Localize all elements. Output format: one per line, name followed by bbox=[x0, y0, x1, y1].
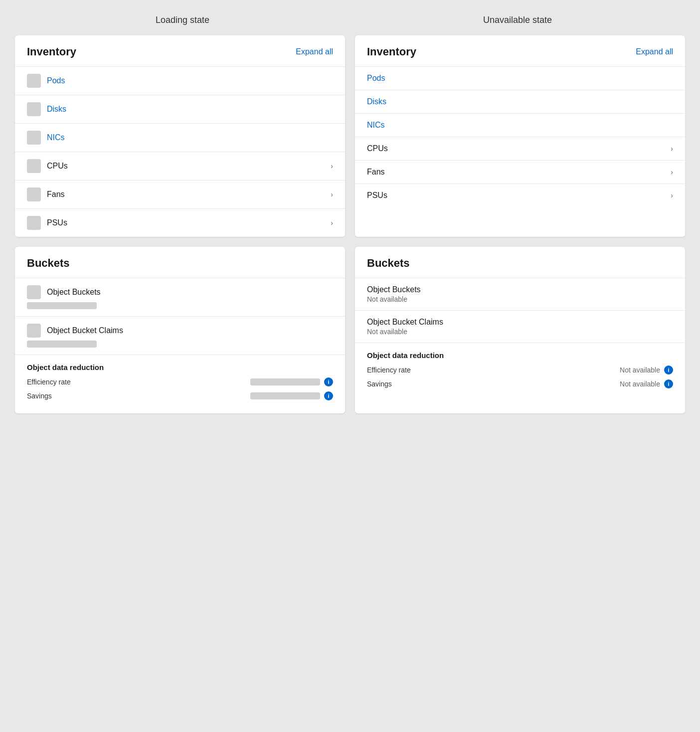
unavailable-cpus-chevron-icon: › bbox=[671, 145, 673, 153]
loading-buckets-panel: Buckets Object Buckets Object Bucket Cla… bbox=[15, 247, 345, 413]
cpus-chevron-icon: › bbox=[331, 162, 333, 170]
unavailable-object-buckets-item: Object Buckets Not available bbox=[355, 278, 685, 310]
loading-psus-item[interactable]: PSUs › bbox=[15, 208, 345, 237]
loading-fans-item[interactable]: Fans › bbox=[15, 180, 345, 208]
unavailable-fans-item[interactable]: Fans › bbox=[355, 160, 685, 183]
unavailable-efficiency-rate-status: Not available bbox=[620, 366, 660, 374]
nics-label: NICs bbox=[47, 133, 65, 142]
loading-nics-item[interactable]: NICs bbox=[15, 123, 345, 152]
unavailable-object-bucket-claims-label: Object Bucket Claims bbox=[367, 318, 673, 327]
loading-buckets-title: Buckets bbox=[27, 257, 70, 270]
loading-pods-item[interactable]: Pods bbox=[15, 66, 345, 95]
loading-efficiency-rate-label: Efficiency rate bbox=[27, 378, 71, 386]
fans-label: Fans bbox=[47, 190, 65, 199]
unavailable-pods-item[interactable]: Pods bbox=[355, 66, 685, 90]
unavailable-psus-item[interactable]: PSUs › bbox=[355, 183, 685, 207]
unavailable-psus-label: PSUs bbox=[367, 191, 387, 200]
unavailable-inventory-title: Inventory bbox=[367, 45, 416, 58]
unavailable-fans-chevron-icon: › bbox=[671, 168, 673, 176]
unavailable-nics-label: NICs bbox=[367, 121, 385, 130]
loading-data-reduction-title: Object data reduction bbox=[27, 363, 333, 371]
loading-data-reduction-section: Object data reduction Efficiency rate i … bbox=[15, 355, 345, 413]
object-buckets-skeleton-icon bbox=[27, 285, 41, 299]
loading-expand-all-button[interactable]: Expand all bbox=[296, 47, 333, 56]
savings-skeleton-bar bbox=[250, 392, 320, 399]
unavailable-nics-item[interactable]: NICs bbox=[355, 113, 685, 137]
loading-disks-item[interactable]: Disks bbox=[15, 95, 345, 123]
loading-object-buckets-item: Object Buckets bbox=[15, 278, 345, 316]
disks-label: Disks bbox=[47, 105, 66, 114]
pods-skeleton-icon bbox=[27, 74, 41, 88]
loading-savings-label: Savings bbox=[27, 392, 52, 400]
efficiency-rate-info-icon[interactable]: i bbox=[324, 377, 333, 386]
nics-skeleton-icon bbox=[27, 131, 41, 145]
loading-savings-row: Savings i bbox=[27, 391, 333, 400]
unavailable-buckets-title: Buckets bbox=[367, 257, 410, 270]
unavailable-disks-label: Disks bbox=[367, 97, 386, 106]
cpus-label: CPUs bbox=[47, 162, 68, 171]
unavailable-savings-label: Savings bbox=[367, 380, 392, 388]
object-buckets-skeleton-bar bbox=[27, 302, 97, 309]
unavailable-buckets-panel: Buckets Object Buckets Not available Obj… bbox=[355, 247, 685, 413]
unavailable-data-reduction-section: Object data reduction Efficiency rate No… bbox=[355, 343, 685, 401]
psus-chevron-icon: › bbox=[331, 219, 333, 227]
unavailable-savings-row: Savings Not available i bbox=[367, 379, 673, 388]
unavailable-savings-info-icon[interactable]: i bbox=[664, 379, 673, 388]
unavailable-cpus-item[interactable]: CPUs › bbox=[355, 137, 685, 160]
loading-inventory-panel: Inventory Expand all Pods Disks NICs bbox=[15, 35, 345, 237]
unavailable-expand-all-button[interactable]: Expand all bbox=[636, 47, 673, 56]
unavailable-efficiency-rate-info-icon[interactable]: i bbox=[664, 366, 673, 374]
loading-efficiency-rate-row: Efficiency rate i bbox=[27, 377, 333, 386]
unavailable-disks-item[interactable]: Disks bbox=[355, 90, 685, 113]
efficiency-rate-skeleton-bar bbox=[250, 378, 320, 385]
psus-skeleton-icon bbox=[27, 216, 41, 230]
fans-chevron-icon: › bbox=[331, 190, 333, 198]
disks-skeleton-icon bbox=[27, 102, 41, 116]
loading-object-bucket-claims-label: Object Bucket Claims bbox=[47, 326, 123, 335]
fans-skeleton-icon bbox=[27, 187, 41, 201]
object-bucket-claims-skeleton-icon bbox=[27, 324, 41, 338]
unavailable-cpus-label: CPUs bbox=[367, 144, 388, 153]
loading-cpus-item[interactable]: CPUs › bbox=[15, 152, 345, 180]
loading-object-buckets-label: Object Buckets bbox=[47, 288, 101, 297]
pods-label: Pods bbox=[47, 76, 65, 85]
loading-inventory-title: Inventory bbox=[27, 45, 76, 58]
unavailable-inventory-panel: Inventory Expand all Pods Disks NICs CPU… bbox=[355, 35, 685, 237]
object-bucket-claims-skeleton-bar bbox=[27, 341, 97, 348]
unavailable-state-label: Unavailable state bbox=[350, 15, 685, 25]
cpus-skeleton-icon bbox=[27, 159, 41, 173]
unavailable-pods-label: Pods bbox=[367, 74, 385, 83]
unavailable-object-bucket-claims-item: Object Bucket Claims Not available bbox=[355, 310, 685, 343]
psus-label: PSUs bbox=[47, 218, 67, 227]
loading-object-bucket-claims-item: Object Bucket Claims bbox=[15, 316, 345, 355]
savings-info-icon[interactable]: i bbox=[324, 391, 333, 400]
unavailable-efficiency-rate-row: Efficiency rate Not available i bbox=[367, 366, 673, 374]
unavailable-data-reduction-title: Object data reduction bbox=[367, 351, 673, 360]
unavailable-object-buckets-label: Object Buckets bbox=[367, 285, 673, 294]
loading-state-label: Loading state bbox=[15, 15, 350, 25]
unavailable-object-buckets-status: Not available bbox=[367, 295, 673, 303]
unavailable-savings-status: Not available bbox=[620, 380, 660, 388]
unavailable-efficiency-rate-label: Efficiency rate bbox=[367, 366, 411, 374]
unavailable-fans-label: Fans bbox=[367, 168, 385, 177]
unavailable-psus-chevron-icon: › bbox=[671, 191, 673, 199]
unavailable-object-bucket-claims-status: Not available bbox=[367, 328, 673, 336]
